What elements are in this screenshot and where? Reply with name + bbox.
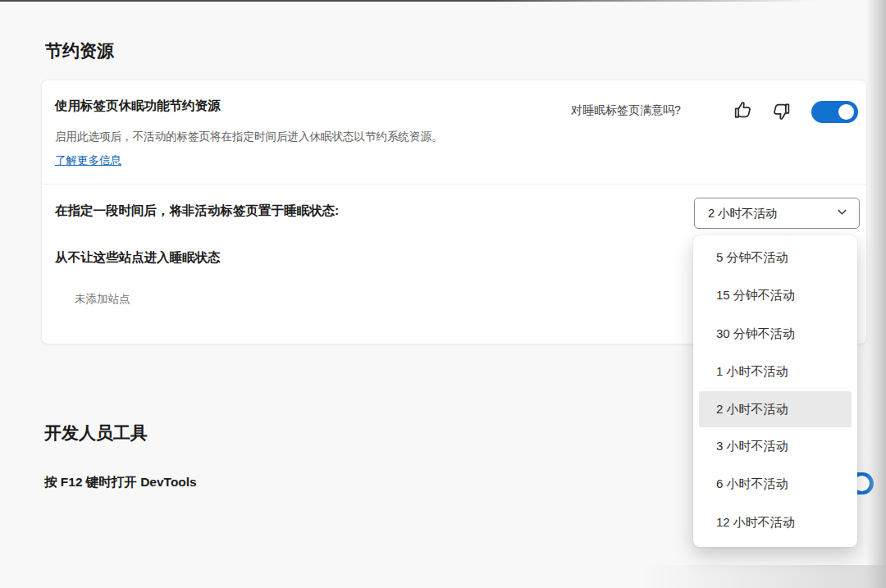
sleeping-tabs-description: 启用此选项后，不活动的标签页将在指定时间后进入休眠状态以节约系统资源。 [55,130,443,144]
dropdown-option-15min[interactable]: 15 分钟不活动 [693,277,857,316]
sleep-timeout-dropdown: 5 分钟不活动 15 分钟不活动 30 分钟不活动 1 小时不活动 2 小时不活… [693,235,857,547]
learn-more-link[interactable]: 了解更多信息 [55,153,121,168]
resources-section-title: 节约资源 [45,39,114,62]
sleeping-tabs-setting-title: 使用标签页休眠功能节约资源 [55,98,221,115]
dropdown-option-30min[interactable]: 30 分钟不活动 [693,315,857,353]
thumbs-down-button[interactable] [770,100,792,123]
never-sleep-empty-text: 未添加站点 [75,292,130,307]
thumbs-up-button[interactable] [732,98,755,121]
thumbs-down-icon [770,113,792,125]
thumbs-up-icon [732,112,755,124]
window-top-edge [0,0,886,2]
sleep-timeout-label: 在指定一段时间后，将非活动标签页置于睡眠状态: [55,203,339,220]
dropdown-option-1h[interactable]: 1 小时不活动 [693,353,857,392]
sleep-timeout-selected-value: 2 小时不活动 [708,206,778,221]
card-divider [42,184,866,185]
dropdown-option-12h[interactable]: 12 小时不活动 [693,504,857,542]
toggle-thumb [838,104,854,120]
dropdown-option-5min[interactable]: 5 分钟不活动 [693,239,857,277]
sleeping-tabs-toggle[interactable] [811,101,858,123]
f12-devtools-label: 按 F12 键时打开 DevTools [44,474,197,491]
window-bottom-shadow [640,565,886,588]
dropdown-option-6h[interactable]: 6 小时不活动 [693,466,857,504]
devtools-section-title: 开发人员工具 [44,422,148,444]
sleeping-tabs-feedback-prompt: 对睡眠标签页满意吗? [571,103,681,118]
sleep-timeout-select[interactable]: 2 小时不活动 [694,198,860,229]
dropdown-option-3h[interactable]: 3 小时不活动 [693,427,857,466]
window-right-shadow [866,0,886,588]
chevron-down-icon [836,206,848,221]
dropdown-option-2h-selected[interactable]: 2 小时不活动 [699,391,852,427]
never-sleep-sites-title: 从不让这些站点进入睡眠状态 [55,249,221,267]
